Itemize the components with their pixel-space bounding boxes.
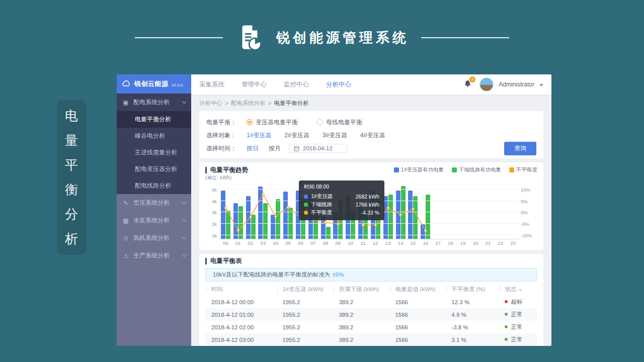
- main-area: 采集系统管理中心监控中心分析中心 5 Administrator 分析中: [191, 74, 551, 346]
- date-picker[interactable]: 2018-04-12: [289, 144, 347, 153]
- table-body: 2018-4-12 00:001955.2389.2156612.3 %超标20…: [205, 296, 537, 346]
- time-mode-option[interactable]: 按月: [269, 144, 281, 153]
- distribution-grid-icon: ▣: [122, 99, 129, 106]
- query-button[interactable]: 查询: [504, 142, 536, 155]
- table-header-downstream: 所属下级 (kWh): [333, 283, 389, 296]
- chart-tooltip: 时间 08:00 1#变压器2682 kWh下端线路1766 kWh不平衡度-4…: [299, 180, 384, 220]
- cell-status: 正常: [499, 333, 537, 346]
- radio-icon[interactable]: [247, 119, 253, 125]
- chart-unit-label: (单位: kWh): [205, 174, 231, 182]
- sidebar-subitem-line[interactable]: 配电线路分析: [117, 177, 191, 194]
- sidebar-item-label: 配电系统分析: [133, 98, 170, 107]
- radio-label: 变压器电量平衡: [256, 118, 298, 127]
- status-text: 正常: [511, 311, 522, 317]
- x-axis-label: 17: [432, 240, 444, 246]
- user-name[interactable]: Administrator: [499, 81, 534, 88]
- balance-type-label: 电量平衡：: [206, 118, 238, 127]
- cell-diff: 1566: [389, 296, 445, 308]
- sidebar-item-production[interactable]: ⚠生产系统分析: [117, 247, 191, 264]
- cell-time: 2018-4-12 00:00: [205, 296, 276, 308]
- decor-line-right: [421, 37, 509, 38]
- tooltip-row: 1#变压器2682 kWh: [304, 193, 379, 201]
- sidebar-subitem-peak-valley[interactable]: 峰谷电分析: [117, 128, 191, 144]
- cell-transformer: 1955.2: [276, 321, 333, 333]
- top-tab-monitoring[interactable]: 监控中心: [284, 80, 309, 89]
- x-axis-label: 16: [419, 240, 432, 246]
- sidebar-item-fan[interactable]: ⊙风机系统分析: [117, 229, 191, 247]
- time-mode-option[interactable]: 按日: [247, 144, 259, 153]
- sidebar-item-compressor[interactable]: ✎空压系统分析: [117, 194, 191, 212]
- x-axis-label: 06: [294, 240, 307, 246]
- table-row: 2018-4-12 03:001955.2389.215663.1 %正常: [205, 333, 537, 346]
- status-dot: [505, 325, 508, 328]
- breadcrumb-item[interactable]: 配电系统分析: [231, 100, 266, 106]
- sidebar-item-distribution[interactable]: ▣配电系统分析: [117, 94, 191, 111]
- x-axis-label: 12: [369, 240, 382, 246]
- sidebar-subitem-transformer[interactable]: 配电变压器分析: [117, 161, 191, 177]
- app-logo-name: 锐创云能源: [134, 79, 169, 88]
- status-text: 正常: [511, 324, 522, 330]
- table-header-unbalance: 不平衡度 (%): [445, 283, 499, 296]
- legend-item[interactable]: 下端线路有功电量: [452, 166, 501, 173]
- cell-diff: 1566: [389, 333, 445, 346]
- object-option[interactable]: 3#变压器: [323, 131, 347, 140]
- chart-area[interactable]: (单位: kWh) 000102030405060708091011121314…: [205, 174, 537, 249]
- user-avatar[interactable]: [479, 77, 494, 92]
- chevron-down-icon: [182, 218, 186, 222]
- table-header-status[interactable]: 状态▼: [499, 283, 537, 296]
- x-axis-label: 11: [357, 240, 369, 246]
- status-dot: [505, 300, 508, 303]
- table-row: 2018-4-12 01:001955.2389.215664.9 %正常: [205, 308, 537, 321]
- breadcrumb-item[interactable]: 分析中心: [199, 100, 222, 106]
- cell-unbalance: 4.9 %: [445, 308, 499, 321]
- decor-line-left: [135, 37, 223, 38]
- tooltip-title: 时间 08:00: [304, 184, 379, 191]
- legend-item[interactable]: 不平衡度: [509, 166, 537, 173]
- radio-option[interactable]: 母线电量平衡: [317, 118, 362, 127]
- top-tabs: 采集系统管理中心监控中心分析中心: [199, 80, 351, 89]
- legend-label: 下端线路有功电量: [459, 166, 501, 173]
- top-tab-management[interactable]: 管理中心: [242, 80, 267, 89]
- y-axis-tick-right: 5%: [521, 198, 537, 204]
- sidebar-item-label: 空压系统分析: [133, 199, 170, 207]
- table-row: 2018-4-12 02:001955.2389.21566-3.8 %正常: [205, 321, 537, 333]
- notifications-button[interactable]: 5: [464, 80, 471, 89]
- x-axis-label: 03: [257, 240, 269, 246]
- object-option[interactable]: 2#变压器: [284, 131, 309, 140]
- cell-downstream: 389.2: [333, 308, 389, 321]
- table-card-header: 电量平衡表: [205, 258, 537, 264]
- y-axis-tick-right: 0%: [521, 210, 537, 215]
- x-axis-label: 13: [382, 240, 394, 246]
- top-tab-analysis[interactable]: 分析中心: [326, 80, 351, 89]
- cloud-icon: [122, 79, 131, 88]
- sidebar-item-pump[interactable]: ▦水泵系统分析: [117, 212, 191, 229]
- object-select-label: 选择对象：: [206, 131, 238, 140]
- x-axis-label: 22: [494, 240, 507, 246]
- sidebar-item-label: 生产系统分析: [133, 251, 170, 260]
- legend-item[interactable]: 1#变压器有功电量: [394, 166, 444, 173]
- status-text: 正常: [511, 336, 522, 342]
- sidebar-subitem-main-line-demand[interactable]: 主进线需量分析: [117, 144, 191, 161]
- sort-caret-icon[interactable]: ▼: [518, 288, 522, 292]
- cell-unbalance: -3.8 %: [445, 321, 499, 333]
- table-card: 电量平衡表 10kV及以下配电线路的电量不平衡度的标准为±5% 时间1#变压器 …: [199, 254, 543, 346]
- table-header-row: 时间1#变压器 (kWh)所属下级 (kWh)电量差值 (kWh)不平衡度 (%…: [205, 283, 537, 296]
- user-menu-caret-icon[interactable]: [539, 84, 543, 86]
- sidebar-item-label: 风机系统分析: [133, 234, 170, 242]
- radio-option[interactable]: 变压器电量平衡: [247, 118, 298, 127]
- sidebar-subitem-power-balance[interactable]: 电量平衡分析: [117, 111, 191, 128]
- cell-unbalance: 12.3 %: [445, 296, 499, 308]
- cell-status: 正常: [499, 308, 537, 321]
- object-option[interactable]: 1#变压器: [247, 131, 271, 140]
- cell-diff: 1566: [389, 321, 445, 333]
- top-tab-collection[interactable]: 采集系统: [199, 80, 224, 89]
- breadcrumb: 分析中心>配电系统分析>电量平衡分析: [199, 100, 543, 107]
- chart-card-header: 电量平衡趋势 1#变压器有功电量下端线路有功电量不平衡度: [205, 166, 537, 173]
- x-axis-labels: 0001020304050607080910111213141516171819…: [219, 240, 519, 246]
- x-axis-label: 08: [319, 240, 332, 246]
- radio-icon[interactable]: [317, 119, 323, 125]
- object-option[interactable]: 4#变压器: [360, 131, 385, 140]
- balance-type-row: 电量平衡： 变压器电量平衡母线电量平衡: [206, 116, 536, 129]
- tooltip-row: 不平衡度-4.33 %: [304, 209, 379, 217]
- sidebar-group-production: ⚠生产系统分析: [117, 247, 191, 264]
